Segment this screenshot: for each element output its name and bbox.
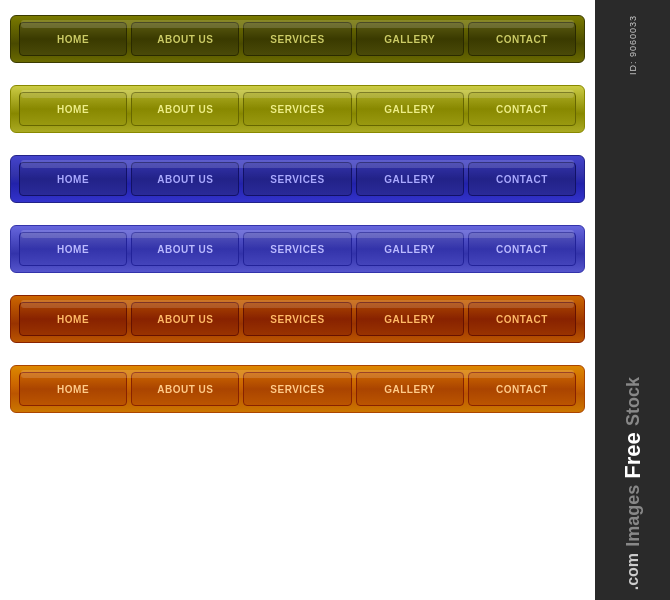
nav-about-6[interactable]: ABOUT US: [131, 372, 239, 406]
nav-gallery-6[interactable]: GALLERY: [356, 372, 464, 406]
nav-gallery-2[interactable]: GALLERY: [356, 92, 464, 126]
nav-gallery-4[interactable]: GALLERY: [356, 232, 464, 266]
nav-contact-5[interactable]: CONTACT: [468, 302, 576, 336]
nav-about-5[interactable]: ABOUT US: [131, 302, 239, 336]
nav-services-6[interactable]: SERVICES: [243, 372, 351, 406]
nav-home-6[interactable]: HOME: [19, 372, 127, 406]
navbar-4: HOME ABOUT US SERVICES GALLERY CONTACT: [10, 225, 585, 273]
nav-contact-4[interactable]: CONTACT: [468, 232, 576, 266]
brand-free: Free: [620, 432, 645, 478]
nav-about-1[interactable]: ABOUT US: [131, 22, 239, 56]
navbar-5: HOME ABOUT US SERVICES GALLERY CONTACT: [10, 295, 585, 343]
navbar-1: HOME ABOUT US SERVICES GALLERY CONTACT: [10, 15, 585, 63]
nav-contact-3[interactable]: CONTACT: [468, 162, 576, 196]
navbar-6: HOME ABOUT US SERVICES GALLERY CONTACT: [10, 365, 585, 413]
brand-stock: Stock: [623, 377, 643, 426]
brand-com: .com: [624, 553, 641, 590]
nav-contact-1[interactable]: CONTACT: [468, 22, 576, 56]
nav-home-1[interactable]: HOME: [19, 22, 127, 56]
nav-services-3[interactable]: SERVICES: [243, 162, 351, 196]
sidebar: ID: 9060033 .com Images Free Stock: [595, 0, 670, 600]
nav-gallery-3[interactable]: GALLERY: [356, 162, 464, 196]
nav-home-2[interactable]: HOME: [19, 92, 127, 126]
image-id: ID: 9060033: [628, 15, 638, 75]
nav-about-4[interactable]: ABOUT US: [131, 232, 239, 266]
nav-about-3[interactable]: ABOUT US: [131, 162, 239, 196]
nav-home-4[interactable]: HOME: [19, 232, 127, 266]
nav-about-2[interactable]: ABOUT US: [131, 92, 239, 126]
nav-services-2[interactable]: SERVICES: [243, 92, 351, 126]
nav-gallery-1[interactable]: GALLERY: [356, 22, 464, 56]
nav-home-3[interactable]: HOME: [19, 162, 127, 196]
nav-services-1[interactable]: SERVICES: [243, 22, 351, 56]
navbar-3: HOME ABOUT US SERVICES GALLERY CONTACT: [10, 155, 585, 203]
brand-logo: .com Images Free Stock: [622, 377, 644, 590]
nav-bars-container: HOME ABOUT US SERVICES GALLERY CONTACT H…: [0, 0, 595, 600]
nav-contact-6[interactable]: CONTACT: [468, 372, 576, 406]
brand-images: Images: [623, 484, 643, 546]
nav-services-5[interactable]: SERVICES: [243, 302, 351, 336]
nav-gallery-5[interactable]: GALLERY: [356, 302, 464, 336]
nav-services-4[interactable]: SERVICES: [243, 232, 351, 266]
nav-home-5[interactable]: HOME: [19, 302, 127, 336]
navbar-2: HOME ABOUT US SERVICES GALLERY CONTACT: [10, 85, 585, 133]
nav-contact-2[interactable]: CONTACT: [468, 92, 576, 126]
